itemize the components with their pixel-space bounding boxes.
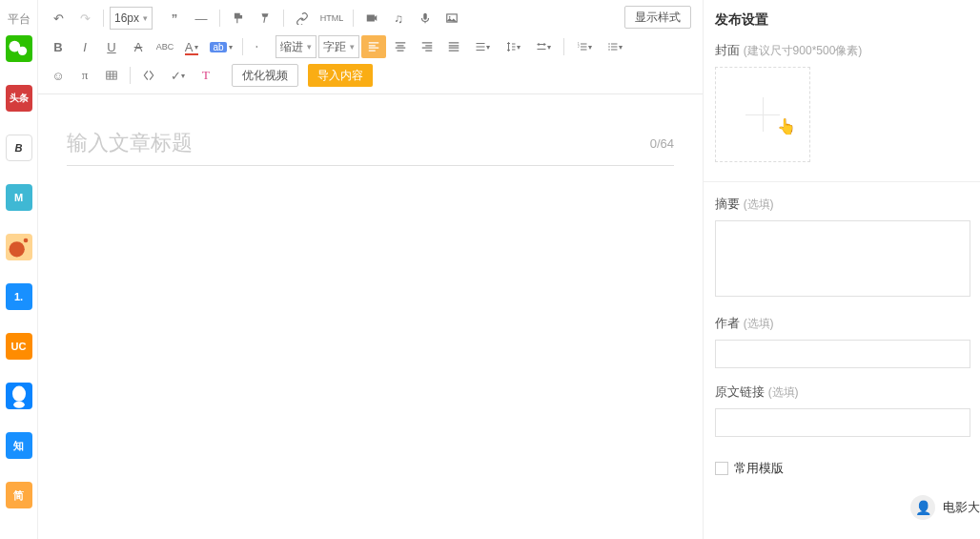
- sidebar-title: 平台: [0, 0, 37, 35]
- template-label: 常用模版: [734, 460, 784, 477]
- profile-chip[interactable]: 👤 电影大: [910, 495, 980, 520]
- svg-rect-15: [107, 72, 117, 79]
- cursor-icon: 👆: [777, 117, 796, 135]
- font-color-button[interactable]: A▾: [179, 35, 204, 58]
- indent-select[interactable]: 缩进: [276, 35, 316, 58]
- check-button[interactable]: ✓▾: [163, 64, 192, 87]
- italic-button[interactable]: I: [72, 35, 97, 58]
- editor-panel: ↶ ↷ 16px ” — HTML ♫ 显示样式 B I U A ABC: [38, 0, 704, 539]
- template-checkbox[interactable]: [715, 462, 728, 475]
- settings-heading: 发布设置: [715, 11, 970, 29]
- cover-label: 封面 (建议尺寸900*500像素): [715, 42, 970, 59]
- svg-point-9: [449, 16, 451, 18]
- plus-icon: [763, 97, 764, 132]
- table-button[interactable]: [99, 64, 124, 87]
- sidebar-item-qq[interactable]: [6, 383, 32, 409]
- sidebar-item-dafeng[interactable]: M: [6, 184, 32, 211]
- underline-button[interactable]: U: [99, 35, 124, 58]
- source-link-label: 原文链接 (选填): [715, 384, 970, 401]
- video-button[interactable]: [359, 7, 384, 30]
- sidebar-item-weibo[interactable]: [6, 234, 32, 260]
- outdent-button[interactable]: [249, 35, 274, 58]
- sidebar-item-wechat[interactable]: [6, 35, 32, 62]
- image-button[interactable]: [439, 7, 464, 30]
- letter-spacing-button[interactable]: ▾: [529, 35, 558, 58]
- cover-upload[interactable]: 👆: [715, 67, 810, 162]
- editor-toolbar: ↶ ↷ 16px ” — HTML ♫ 显示样式 B I U A ABC: [38, 0, 703, 94]
- align-center-button[interactable]: [388, 35, 413, 58]
- sidebar-item-yidian[interactable]: 1.: [6, 283, 32, 310]
- sidebar-item-toutiao[interactable]: 头条: [6, 85, 32, 112]
- spacing-select[interactable]: 字距: [318, 35, 359, 58]
- optimize-video-button[interactable]: 优化视频: [232, 64, 298, 87]
- import-content-button[interactable]: 导入内容: [308, 64, 373, 87]
- ordered-list-button[interactable]: 12▾: [570, 35, 599, 58]
- sidebar-item-baijia[interactable]: B: [6, 135, 32, 161]
- title-input[interactable]: [67, 123, 674, 166]
- avatar-icon: 👤: [910, 495, 935, 520]
- profile-name: 电影大: [943, 499, 980, 516]
- audio-button[interactable]: [413, 7, 438, 30]
- find-button[interactable]: [136, 64, 161, 87]
- svg-point-4: [12, 386, 26, 402]
- text-tool-button[interactable]: T: [194, 64, 218, 87]
- unordered-list-button[interactable]: ▾: [601, 35, 629, 58]
- link-button[interactable]: [290, 7, 315, 30]
- strike-button[interactable]: A: [126, 35, 151, 58]
- bold-button[interactable]: B: [46, 35, 71, 58]
- smallcaps-button[interactable]: ABC: [153, 35, 177, 58]
- svg-point-1: [17, 47, 26, 55]
- quote-button[interactable]: ”: [162, 7, 187, 30]
- summary-label: 摘要 (选填): [715, 196, 970, 213]
- svg-rect-6: [367, 15, 375, 22]
- title-char-count: 0/64: [650, 136, 674, 151]
- svg-point-14: [608, 49, 610, 51]
- bg-color-button[interactable]: ab▾: [206, 35, 236, 58]
- author-input[interactable]: [715, 340, 970, 368]
- svg-point-3: [23, 238, 28, 243]
- align-justify-button[interactable]: [441, 35, 466, 58]
- align-right-button[interactable]: [415, 35, 439, 58]
- sidebar-item-jianshu[interactable]: 简: [6, 482, 32, 508]
- sidebar-item-uc[interactable]: UC: [6, 333, 32, 360]
- template-row: 常用模版: [715, 460, 970, 477]
- svg-text:2: 2: [578, 45, 580, 49]
- font-size-select[interactable]: 16px: [110, 7, 153, 30]
- format-paint-button[interactable]: [226, 7, 251, 30]
- music-button[interactable]: ♫: [386, 7, 411, 30]
- divider: [704, 181, 980, 182]
- svg-rect-7: [423, 13, 427, 20]
- formula-button[interactable]: π: [72, 64, 97, 87]
- hr-button[interactable]: —: [189, 7, 214, 30]
- undo-button[interactable]: ↶: [46, 7, 71, 30]
- redo-button[interactable]: ↷: [72, 7, 97, 30]
- html-button[interactable]: HTML: [316, 7, 347, 30]
- svg-point-13: [608, 46, 610, 48]
- svg-point-5: [13, 402, 25, 408]
- clear-format-button[interactable]: [253, 7, 277, 30]
- author-label: 作者 (选填): [715, 315, 970, 332]
- platform-sidebar: 平台 头条 B M 1. UC 知 简: [0, 0, 38, 539]
- emoji-button[interactable]: ☺: [46, 64, 71, 87]
- align-left-button[interactable]: [361, 35, 386, 58]
- source-link-input[interactable]: [715, 408, 970, 437]
- line-height-button[interactable]: ▾: [468, 35, 497, 58]
- svg-point-12: [608, 43, 610, 45]
- title-area: 0/64: [38, 94, 703, 166]
- svg-point-2: [9, 241, 24, 257]
- para-spacing-button[interactable]: ▾: [499, 35, 527, 58]
- publish-settings-panel: 发布设置 封面 (建议尺寸900*500像素) 👆 摘要 (选填) 作者 (选填…: [704, 0, 980, 539]
- sidebar-item-zhihu[interactable]: 知: [6, 432, 32, 459]
- summary-input[interactable]: [715, 220, 970, 297]
- show-style-button[interactable]: 显示样式: [624, 6, 691, 29]
